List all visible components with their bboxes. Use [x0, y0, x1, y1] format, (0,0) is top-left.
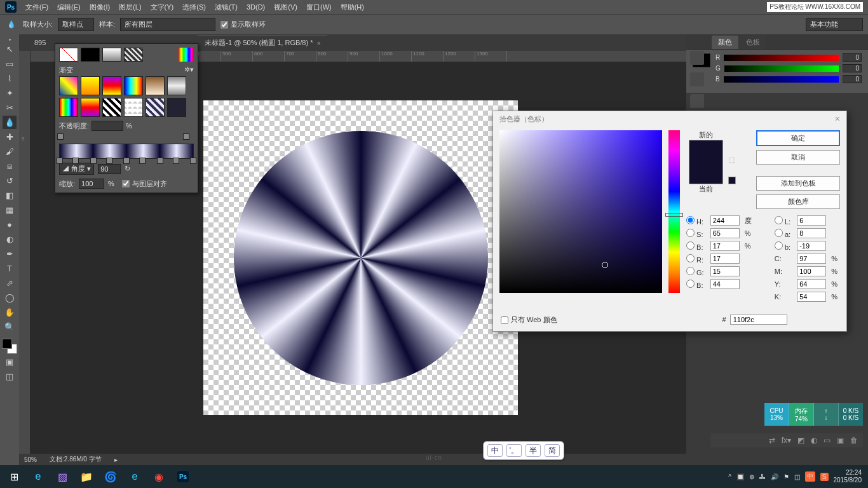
preset[interactable] — [146, 76, 165, 95]
preset[interactable] — [167, 76, 186, 95]
color-spectrum[interactable] — [179, 48, 194, 62]
gear-icon[interactable]: ✲▾ — [184, 65, 194, 75]
b-slider[interactable] — [724, 76, 839, 83]
tab-color[interactable]: 颜色 — [712, 36, 738, 49]
menu-type[interactable]: 文字(Y) — [151, 3, 174, 12]
stamp-tool[interactable]: ⧇ — [3, 159, 17, 173]
hue-slider[interactable] — [668, 130, 680, 293]
r-input[interactable] — [710, 254, 740, 264]
new-layer-icon[interactable]: ▣ — [837, 436, 844, 445]
c-input[interactable] — [797, 254, 826, 264]
l-radio[interactable]: L: — [775, 216, 793, 226]
tray-up-icon[interactable]: ^ — [728, 473, 731, 480]
folder-icon[interactable]: ▭ — [824, 436, 831, 445]
type-tool[interactable]: T — [3, 262, 17, 275]
explorer-icon[interactable]: 📁 — [76, 468, 97, 485]
tray-icon[interactable]: 🖧 — [759, 473, 766, 480]
preset[interactable] — [124, 76, 143, 95]
show-ring-check[interactable]: 显示取样环 — [220, 20, 266, 29]
menu-help[interactable]: 帮助(H) — [341, 3, 364, 12]
scale-input[interactable] — [79, 179, 104, 189]
brush-tool[interactable]: 🖌 — [3, 145, 17, 158]
link-icon[interactable]: ⇄ — [769, 436, 775, 445]
netease-icon[interactable]: ◉ — [149, 468, 169, 485]
angle-input[interactable] — [98, 164, 121, 174]
align-check[interactable]: 与图层对齐 — [122, 179, 167, 189]
path-tool[interactable]: ⬀ — [3, 276, 17, 290]
fill-solid[interactable] — [81, 48, 100, 62]
r-radio[interactable]: R: — [686, 254, 707, 264]
dodge-tool[interactable]: ◐ — [3, 233, 17, 246]
preset[interactable] — [81, 98, 100, 117]
angle-style[interactable]: ◢ 角度 ▾ — [59, 163, 94, 175]
ime-toolbar[interactable]: 中 '。 半 简 — [483, 441, 564, 460]
preset[interactable] — [146, 98, 165, 117]
menu-window[interactable]: 窗口(W) — [306, 3, 332, 12]
eraser-tool[interactable]: ◧ — [3, 189, 17, 202]
menu-file[interactable]: 文件(F) — [25, 3, 48, 12]
web-only-check[interactable]: 只有 Web 颜色 — [501, 315, 557, 325]
picker-titlebar[interactable]: 拾色器（色标） × — [493, 111, 846, 126]
g-input[interactable] — [710, 266, 740, 276]
menu-select[interactable]: 选择(S) — [182, 3, 206, 12]
mask-icon[interactable]: ◩ — [797, 436, 804, 445]
bb-input[interactable] — [710, 279, 740, 289]
fill-gradient[interactable] — [102, 48, 121, 62]
pen-tool[interactable]: ✒ — [3, 247, 17, 261]
opacity-input[interactable] — [92, 121, 123, 131]
sample-select[interactable]: 所有图层 — [120, 18, 215, 31]
gradient-bar[interactable] — [59, 144, 194, 159]
workspace-select[interactable]: 基本功能 — [806, 18, 863, 31]
preset[interactable] — [167, 98, 186, 117]
r-slider[interactable] — [724, 55, 839, 61]
s-radio[interactable]: S: — [686, 229, 707, 238]
heal-tool[interactable]: ✚ — [3, 130, 17, 144]
ie-icon[interactable]: e — [125, 468, 145, 485]
menu-layer[interactable]: 图层(L) — [119, 3, 141, 12]
fx-icon[interactable]: fx▾ — [782, 436, 791, 445]
k-input[interactable] — [797, 292, 826, 302]
preset[interactable] — [124, 98, 143, 117]
clock[interactable]: 22:24 2015/8/20 — [834, 469, 862, 484]
h-radio[interactable]: H: — [686, 216, 707, 226]
fill-pattern[interactable] — [124, 48, 143, 62]
lb-radio[interactable]: b: — [775, 241, 793, 251]
tab-swatches[interactable]: 色板 — [740, 36, 766, 49]
y-input[interactable] — [797, 279, 826, 289]
marquee-tool[interactable]: ▭ — [3, 57, 17, 71]
history-brush-tool[interactable]: ↺ — [3, 174, 17, 187]
tray-icon[interactable]: ◫ — [794, 473, 800, 480]
adjust-icon[interactable]: ◐ — [811, 436, 817, 445]
canvas[interactable] — [203, 100, 518, 415]
preset[interactable] — [81, 76, 100, 95]
start-button[interactable]: ⊞ — [4, 468, 24, 485]
quickmask-toggle[interactable]: ▣ — [3, 355, 17, 369]
menu-filter[interactable]: 滤镜(T) — [215, 3, 238, 12]
edge-icon[interactable]: e — [28, 468, 48, 485]
move-tool[interactable]: ↖ — [3, 43, 17, 56]
bv-radio[interactable]: B: — [686, 241, 707, 251]
zoom-tool[interactable]: 🔍 — [3, 320, 17, 334]
fill-none[interactable] — [59, 48, 78, 62]
trash-icon[interactable]: 🗑 — [850, 436, 858, 445]
eyedropper-tool[interactable]: 💧 — [3, 116, 17, 129]
wand-tool[interactable]: ✦ — [3, 86, 17, 100]
a-radio[interactable]: a: — [775, 229, 793, 238]
panel-icon[interactable] — [690, 94, 704, 108]
preset[interactable] — [102, 76, 121, 95]
menu-3d[interactable]: 3D(D) — [247, 3, 265, 11]
panel-icon[interactable] — [690, 51, 704, 65]
lasso-tool[interactable]: ⌇ — [3, 72, 17, 85]
lb-input[interactable] — [797, 241, 826, 251]
s-input[interactable] — [710, 228, 740, 238]
hand-tool[interactable]: ✋ — [3, 306, 17, 319]
m-input[interactable] — [797, 266, 826, 276]
color-lib-button[interactable]: 颜色库 — [756, 194, 840, 209]
sv-field[interactable] — [499, 130, 662, 293]
close-icon[interactable]: × — [316, 39, 320, 47]
g-radio[interactable]: G: — [686, 267, 707, 276]
h-input[interactable] — [710, 215, 740, 226]
doc-tab[interactable]: 未标题-1 @ 50% (椭圆 1, RGB/8) *× — [198, 35, 327, 50]
a-input[interactable] — [797, 228, 826, 238]
hex-input[interactable] — [730, 315, 787, 325]
